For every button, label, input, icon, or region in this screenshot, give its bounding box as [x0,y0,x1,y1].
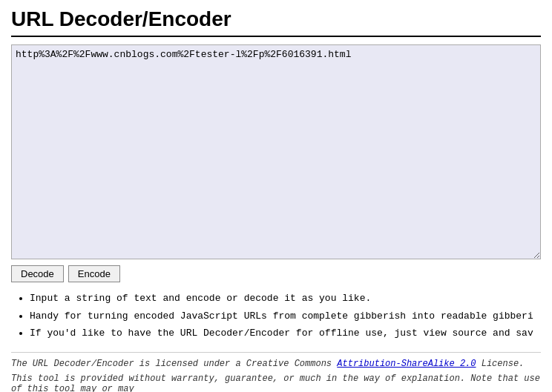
decode-button[interactable]: Decode [11,265,64,282]
license-text-before: The URL Decoder/Encoder is licensed unde… [11,359,337,369]
list-item: Input a string of text and encode or dec… [30,291,541,306]
footer-disclaimer: This tool is provided without warranty, … [11,373,541,393]
footer-section: The URL Decoder/Encoder is licensed unde… [11,352,541,393]
button-row: Decode Encode [11,265,541,282]
info-list: Input a string of text and encode or dec… [11,291,541,341]
license-text-after: License. [476,359,525,369]
footer-license: The URL Decoder/Encoder is licensed unde… [11,359,541,369]
license-link[interactable]: Attribution-ShareAlike 2.0 [337,359,476,369]
url-textarea[interactable] [11,44,541,259]
list-item: If you'd like to have the URL Decoder/En… [30,326,541,341]
page-title: URL Decoder/Encoder [11,7,541,37]
list-item: Handy for turning encoded JavaScript URL… [30,309,541,324]
encode-button[interactable]: Encode [68,265,120,282]
